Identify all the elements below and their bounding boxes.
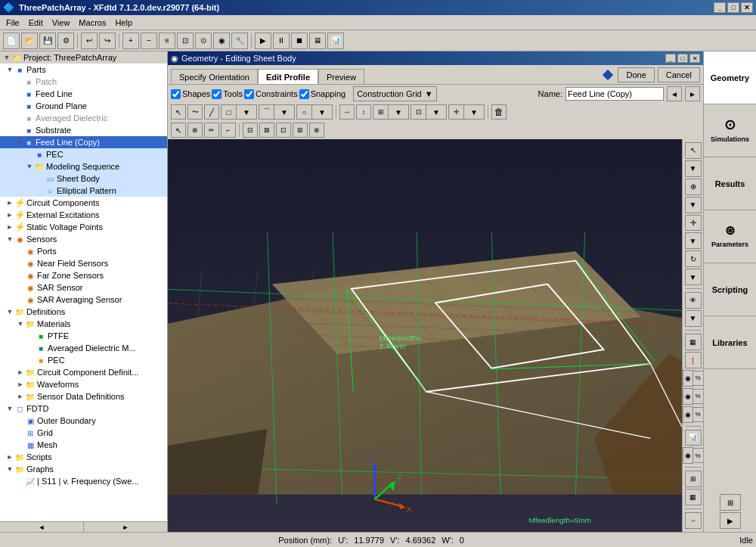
vp-vis1-btn[interactable]: ◉ (683, 370, 693, 387)
vp-arrow-btn[interactable]: → (685, 512, 702, 529)
cb-constraints[interactable]: Constraints (244, 89, 298, 99)
vp-rotate-btn[interactable]: ↻ (685, 250, 702, 267)
cancel-button[interactable]: Cancel (658, 67, 700, 82)
pct1-btn[interactable]: % (693, 371, 704, 386)
tab-libraries[interactable]: Libraries (704, 316, 756, 369)
tree-ports[interactable]: ◉ Ports (0, 245, 167, 257)
cb-tools-check[interactable] (212, 89, 222, 99)
add-btn[interactable]: + (122, 33, 139, 49)
tree-static[interactable]: ► ⚡ Static Voltage Points (0, 221, 167, 233)
geo-min-btn[interactable]: _ (665, 54, 676, 63)
vp-bar-btn[interactable]: ▦ (685, 334, 702, 350)
exp-scr[interactable]: ► (6, 453, 14, 461)
tab-edit-profile[interactable]: Edit Profile (258, 69, 318, 84)
open-btn[interactable]: 📂 (21, 33, 38, 49)
vp-temp-btn[interactable]: | (685, 352, 702, 368)
done-button[interactable]: Done (618, 67, 654, 82)
tree-modelseq[interactable]: ▼ 📁 Modeling Sequence (0, 160, 167, 172)
exp-ms[interactable]: ▼ (26, 163, 33, 170)
expand-root[interactable]: ▼ (3, 54, 11, 61)
align-l-tool[interactable]: ⊟ (243, 123, 258, 138)
exp-sd[interactable]: ► (17, 393, 24, 400)
tab-results[interactable]: Results (704, 157, 756, 210)
tree-substrate[interactable]: ■ Substrate (0, 124, 167, 136)
tree-outerboundary[interactable]: ▣ Outer Boundary (0, 415, 167, 427)
pct2-btn[interactable]: % (693, 389, 704, 404)
cb-tools[interactable]: Tools (212, 89, 243, 99)
tree-scripts[interactable]: ► 📁 Scripts (0, 451, 167, 463)
snap-dropdown[interactable]: ▼ (426, 104, 447, 120)
menu-help[interactable]: Help (110, 17, 137, 29)
construction-grid-dropdown[interactable]: Construction Grid ▼ (353, 86, 436, 101)
settings-btn[interactable]: ⚙ (57, 33, 74, 49)
expand-parts[interactable]: ▼ (6, 66, 14, 73)
cb-shapes-check[interactable] (171, 89, 181, 99)
menu-view[interactable]: View (48, 17, 75, 29)
arc-dropdown[interactable]: ▼ (274, 104, 295, 120)
exp-def[interactable]: ▼ (6, 308, 14, 315)
tb-btn10[interactable]: ⏹ (291, 33, 308, 49)
cb-constraints-check[interactable] (244, 89, 254, 99)
tree-s11[interactable]: 📈 | S11 | v. Frequency (Swe... (0, 475, 167, 487)
vp-pan-btn[interactable]: ✛ (685, 215, 702, 232)
pct3-btn[interactable]: % (693, 407, 704, 422)
new-btn[interactable]: 📄 (3, 33, 20, 49)
vp-layers-btn[interactable]: ▦ (685, 489, 702, 505)
menu-file[interactable]: File (2, 17, 24, 29)
vp-cursor-btn[interactable]: ↖ (685, 142, 702, 159)
remove-btn[interactable]: − (141, 33, 157, 49)
redo-btn[interactable]: ↪ (99, 33, 116, 49)
circle-dropdown[interactable]: ▼ (311, 104, 333, 120)
tree-sensors[interactable]: ▼ ◉ Sensors (0, 233, 167, 245)
tree-waveforms[interactable]: ► 📁 Waveforms (0, 378, 167, 390)
geo-close-btn[interactable]: ✕ (689, 54, 700, 63)
tree-definitions[interactable]: ▼ 📁 Definitions (0, 306, 167, 318)
tb-btn7[interactable]: 🔧 (231, 33, 248, 49)
snap-tool[interactable]: ⊡ (411, 104, 426, 120)
tree-sensordata[interactable]: ► 📁 Sensor Data Definitions (0, 390, 167, 402)
tree-elliptical[interactable]: ○ Elliptical Pattern (0, 185, 167, 197)
tree-scroll-left[interactable]: ◄ (0, 522, 84, 532)
tab-parameters[interactable]: ⊛ Parameters (704, 210, 756, 263)
menu-edit[interactable]: Edit (24, 17, 48, 29)
name-next-btn[interactable]: ► (685, 86, 700, 101)
tree-circuit[interactable]: ► ⚡ Circuit Components (0, 197, 167, 209)
vp-vis3-btn[interactable]: ◉ (683, 406, 693, 423)
lasso-tool[interactable]: ⊗ (187, 123, 203, 138)
tree-patch[interactable]: ■ Patch (0, 76, 167, 88)
align-c-tool[interactable]: ⊠ (259, 123, 274, 138)
cursor-tool[interactable]: ↖ (171, 104, 186, 120)
exp-cc[interactable]: ► (6, 199, 14, 207)
select-tool[interactable]: ↖ (171, 123, 186, 138)
align-r-tool[interactable]: ⊡ (276, 123, 291, 138)
tb-btn11[interactable]: 🖥 (309, 33, 326, 49)
fr-nav-btn2[interactable]: ▶ (720, 512, 741, 529)
vp-rotate-down-btn[interactable]: ▼ (685, 269, 702, 285)
exp-cdef[interactable]: ► (17, 368, 24, 376)
name-prev-btn[interactable]: ◄ (667, 86, 682, 101)
mirror-v-tool[interactable]: ↕ (356, 104, 371, 120)
tree-pec[interactable]: ■ PEC (0, 148, 167, 160)
rect-dropdown[interactable]: ▼ (236, 104, 257, 120)
zoom-fit-btn[interactable]: ⊡ (177, 33, 194, 49)
tree-farzone[interactable]: ◉ Far Zone Sensors (0, 269, 167, 281)
tree-materials[interactable]: ▼ 📁 Materials (0, 318, 167, 330)
align-b-tool[interactable]: ⊞ (293, 123, 308, 138)
tree-circuitdef[interactable]: ► 📁 Circuit Component Definit... (0, 366, 167, 378)
fillet-tool[interactable]: ⌐ (221, 123, 236, 138)
fr-nav-btn1[interactable]: ⊞ (720, 494, 741, 511)
prop-btn[interactable]: ≡ (159, 33, 175, 49)
tree-container[interactable]: ▼ 📁 Project: ThreePatchArray ▼ ■ Parts ■… (0, 51, 167, 521)
exp-wave[interactable]: ► (17, 381, 24, 388)
edit-tool[interactable]: ✏ (204, 123, 219, 138)
exp-fdtd[interactable]: ▼ (6, 405, 14, 412)
tab-simulations[interactable]: ⊙ Simulations (704, 104, 756, 157)
tree-grid[interactable]: ⊞ Grid (0, 427, 167, 439)
cb-shapes[interactable]: Shapes (171, 89, 210, 99)
exp-sv[interactable]: ► (6, 223, 14, 231)
exp-sens[interactable]: ▼ (6, 235, 14, 243)
tree-feedline[interactable]: ■ Feed Line (0, 88, 167, 100)
tree-avgdielm[interactable]: ■ Averaged Dielectric M... (0, 342, 167, 354)
tree-pecm[interactable]: ■ PEC (0, 354, 167, 366)
rect-tool[interactable]: □ (221, 104, 236, 120)
